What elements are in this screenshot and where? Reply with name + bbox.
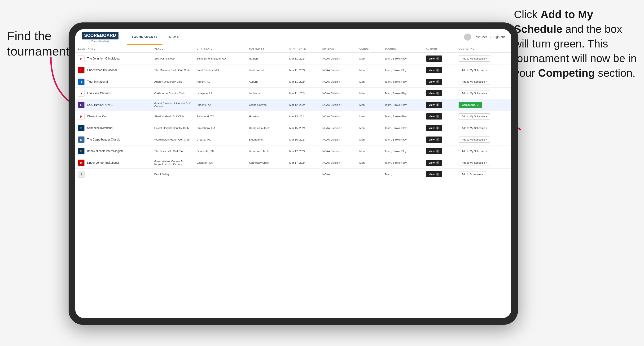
competing-cell: Add to My Schedule + — [456, 122, 511, 134]
view-button[interactable]: View ℹ — [426, 160, 442, 166]
city-state-cell: Statesboro, GA — [194, 122, 246, 134]
scoring-cell: Team, Stroke Play — [382, 122, 423, 134]
team-logo: B — [78, 136, 85, 143]
actions-cell: View ℹ — [423, 53, 456, 64]
event-name: Louisiana Classics — [87, 92, 110, 95]
header-separator: | — [490, 35, 490, 39]
venue-cell: Great Waters Course At Reynolds Lake Oco… — [152, 157, 194, 169]
competing-cell: Add to My Schedule + — [456, 134, 511, 146]
add-to-schedule-button[interactable]: Add to My Schedule + — [458, 67, 490, 73]
view-button[interactable]: View ℹ — [426, 171, 442, 177]
nav-tab-tournaments[interactable]: TOURNAMENTS — [127, 29, 162, 45]
view-button[interactable]: View ℹ — [426, 55, 442, 62]
col-event-name: EVENT NAME — [75, 45, 152, 53]
add-to-schedule-button[interactable]: Add to My Schedule + — [458, 113, 490, 120]
table-row: HChampions CupShadow Hawk Golf ClubRichm… — [75, 111, 511, 122]
view-button[interactable]: View ℹ — [426, 102, 442, 108]
gender-cell: Men — [356, 111, 382, 122]
venue-cell: Forest Heights Country Club — [152, 122, 194, 134]
city-state-cell: Auburn, AL — [194, 76, 246, 88]
main-nav: TOURNAMENTS TEAMS — [127, 29, 184, 45]
start-date-cell: Mar 11, 2024 — [286, 76, 320, 88]
tournaments-table: EVENT NAME VENUE CITY, STATE HOSTED BY S… — [75, 45, 511, 180]
venue-cell: Brook Valley — [152, 169, 194, 180]
event-name: The Johnnie - O Individual — [87, 57, 120, 60]
add-to-schedule-button[interactable]: Add to My Schedule + — [458, 137, 490, 143]
team-logo: T — [78, 78, 85, 85]
scoring-cell: Team, Stroke Play — [382, 134, 423, 146]
gender-cell: Men — [356, 146, 382, 157]
add-to-schedule-button[interactable]: Add to My Schedule + — [458, 160, 490, 166]
gender-cell: Men — [356, 99, 382, 111]
add-to-schedule-button[interactable]: Add to Schedule + — [458, 171, 486, 177]
event-name: Schenkel Invitational — [87, 126, 113, 130]
scoring-cell: Team, Stroke Play — [382, 88, 423, 99]
nav-tab-teams[interactable]: TEAMS — [162, 29, 184, 45]
view-button[interactable]: View ℹ — [426, 90, 442, 96]
view-button[interactable]: View ℹ — [426, 148, 442, 154]
view-button[interactable]: View ℹ — [426, 67, 442, 73]
hosted-by-cell — [246, 169, 286, 180]
team-logo: R — [78, 55, 85, 62]
table-header: EVENT NAME VENUE CITY, STATE HOSTED BY S… — [75, 45, 511, 53]
actions-cell: View ℹ — [423, 64, 456, 76]
start-date-cell — [286, 169, 320, 180]
start-date-cell: Mar 11, 2024 — [286, 64, 320, 76]
add-to-schedule-button[interactable]: Add to My Schedule + — [458, 90, 490, 96]
gender-cell — [356, 169, 382, 180]
tournaments-table-container: EVENT NAME VENUE CITY, STATE HOSTED BY S… — [75, 45, 511, 318]
view-button[interactable]: View ℹ — [426, 137, 442, 143]
start-date-cell: Mar 11, 2024 — [286, 88, 320, 99]
instruction-right: Click Add to My Schedule and the box wil… — [514, 7, 637, 80]
venue-cell: Grand Canyon University Golf Course — [152, 99, 194, 111]
event-name: Champions Cup — [87, 115, 107, 118]
actions-cell: View ℹ — [423, 146, 456, 157]
view-button[interactable]: View ℹ — [426, 79, 442, 85]
event-name: GCU INVITATIONAL — [87, 103, 113, 107]
col-start-date: START DATE — [286, 45, 320, 53]
start-date-cell: Mar 12, 2024 — [286, 99, 320, 111]
city-state-cell: Urbana, MD — [194, 134, 246, 146]
table-row: ?Brook ValleyNCAATeam,View ℹAdd to Sched… — [75, 169, 511, 180]
competing-cell: Add to My Schedule + — [456, 157, 511, 169]
event-name: Tiger Invitational — [87, 80, 108, 83]
instruction-right-part3: section. — [595, 67, 635, 79]
scoring-cell: Team, — [382, 169, 423, 180]
gender-cell: Men — [356, 88, 382, 99]
division-cell: NCAA Division I — [320, 64, 357, 76]
team-logo: ? — [78, 171, 85, 177]
team-logo: G — [78, 102, 85, 108]
table-row: KLinger Longer InvitationalGreat Waters … — [75, 157, 511, 169]
add-to-schedule-button[interactable]: Add to My Schedule + — [458, 148, 490, 154]
team-logo: K — [78, 160, 85, 166]
col-scoring: SCORING — [382, 45, 423, 53]
col-actions: ACTIONS — [423, 45, 456, 53]
scoring-cell: Team, Stroke Play — [382, 146, 423, 157]
hosted-by-cell: Rutgers — [246, 53, 286, 64]
division-cell: NCAA Division I — [320, 146, 357, 157]
logo-area: SCOREBOARD Powered by clippd — [82, 32, 118, 42]
col-venue: VENUE — [152, 45, 194, 53]
division-cell: NCAA — [320, 169, 357, 180]
signout-link[interactable]: Sign out — [493, 35, 505, 39]
logo-subtitle: Powered by clippd — [82, 40, 118, 42]
view-button[interactable]: View ℹ — [426, 113, 442, 120]
instruction-left-text: Find the tournament. — [7, 29, 73, 58]
add-to-schedule-button[interactable]: Add to My Schedule + — [458, 125, 490, 131]
header-right: Test User | Sign out — [464, 33, 505, 41]
competing-button[interactable]: Competing ✓ — [458, 102, 482, 108]
team-logo: B — [78, 148, 85, 155]
app-header: SCOREBOARD Powered by clippd TOURNAMENTS… — [75, 29, 511, 45]
city-state-cell: Lafayette, LA — [194, 88, 246, 99]
competing-cell: Add to My Schedule + — [456, 88, 511, 99]
division-cell: NCAA Division I — [320, 111, 357, 122]
actions-cell: View ℹ — [423, 99, 456, 111]
city-state-cell: Eatonton, GA — [194, 157, 246, 169]
event-name: Lindenwood Invitational — [87, 68, 116, 72]
view-button[interactable]: View ℹ — [426, 125, 442, 131]
table-row: BThe Carpetbagger ClassicWorthington Man… — [75, 134, 511, 146]
add-to-schedule-button[interactable]: Add to My Schedule + — [458, 55, 490, 62]
team-logo: L — [78, 67, 85, 73]
city-state-cell: Saint Charles, MO — [194, 64, 246, 76]
add-to-schedule-button[interactable]: Add to My Schedule + — [458, 79, 490, 85]
